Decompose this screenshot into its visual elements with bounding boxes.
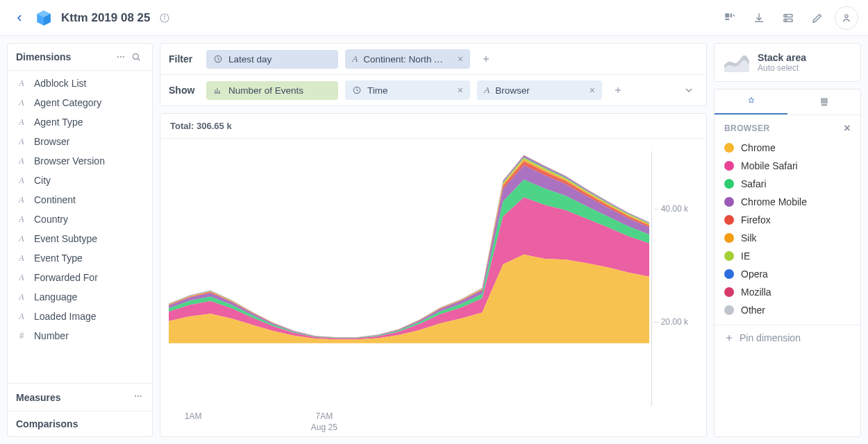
legend-swatch [724,197,734,207]
legend-label: IE [741,250,750,262]
page-title: Kttm 2019 08 25 [61,11,151,25]
legend-close-button[interactable]: × [844,122,851,135]
text-dim-icon: A [16,78,27,89]
clock-icon [352,85,362,95]
show-split-browser-pill[interactable]: A Browser × [477,80,602,100]
dimension-item[interactable]: #Number [8,326,152,345]
main: Filter Latest day A Continent: North Am…… [160,43,707,437]
dimension-label: Browser Version [34,155,105,166]
dimension-item[interactable]: AEvent Type [8,248,152,268]
svg-point-18 [137,395,139,397]
dimension-item[interactable]: AAdblock List [8,74,152,93]
filter-label: Filter [169,53,199,65]
dimension-item[interactable]: ACountry [8,210,152,229]
viz-selector[interactable]: Stack area Auto select [714,43,861,82]
legend-swatch [724,305,734,315]
text-dim-icon: A [16,311,27,322]
dimension-item[interactable]: ABrowser [8,132,152,151]
legend-item[interactable]: Opera [720,265,855,283]
edit-button[interactable] [806,6,829,30]
add-tile-button[interactable] [718,6,742,30]
svg-point-19 [140,395,142,397]
dimension-label: Adblock List [34,78,86,89]
show-measure-text: Number of Events [228,85,303,96]
dimension-item[interactable]: ABrowser Version [8,151,152,171]
y-tick: 40.00 k [661,204,688,214]
dimensions-more-button[interactable] [113,49,128,65]
svg-point-13 [120,56,122,58]
legend-item[interactable]: Firefox [720,211,855,229]
viz-subtitle: Auto select [758,63,806,73]
legend-item[interactable]: Chrome [720,139,855,157]
tab-list[interactable] [787,89,860,114]
legend-list: ChromeMobile SafariSafariChrome MobileFi… [715,137,860,325]
show-time-remove[interactable]: × [453,85,463,96]
legend-swatch [724,179,734,189]
legend-label: Silk [741,232,757,244]
svg-point-17 [135,395,136,397]
legend-item[interactable]: Safari [720,175,855,193]
dimension-item[interactable]: AContinent [8,190,152,210]
svg-rect-3 [725,13,729,17]
chart-card: Total: 306.65 k 40.00 k 20.00 k 1AM 7AM … [160,113,707,437]
legend-swatch [724,269,734,279]
svg-rect-32 [821,104,827,105]
dimension-item[interactable]: AAgent Type [8,112,152,132]
tab-pin[interactable] [715,89,787,114]
legend-item[interactable]: Mozilla [720,283,855,301]
dimension-label: Country [34,214,68,225]
comparisons-header[interactable]: Comparisons [8,411,152,436]
text-dim-icon: A [16,273,27,283]
legend-item[interactable]: Other [720,301,855,319]
filter-continent-pill[interactable]: A Continent: North Am… × [345,49,470,69]
dimension-item[interactable]: AForwarded For [8,268,152,287]
legend-item[interactable]: Silk [720,229,855,247]
legend-item[interactable]: Chrome Mobile [720,193,855,211]
show-browser-remove[interactable]: × [585,85,595,96]
dimension-label: Agent Type [34,117,83,128]
text-dim-icon: A [16,292,27,302]
legend-swatch [724,287,734,297]
show-expand-button[interactable] [680,81,698,99]
show-add-button[interactable] [609,81,627,99]
info-button[interactable] [158,11,172,25]
legend-label: Mozilla [741,287,771,298]
svg-point-2 [164,15,165,16]
dimension-label: Language [34,291,77,302]
show-split-time-pill[interactable]: Time × [345,80,470,100]
dimension-label: Loaded Image [34,311,97,322]
dimensions-search-button[interactable] [128,49,144,65]
dimension-item[interactable]: AAgent Category [8,93,152,112]
legend-panel: BROWSER × ChromeMobile SafariSafariChrom… [714,89,861,437]
text-dim-icon: A [16,156,27,166]
dimension-item[interactable]: AEvent Subtype [8,229,152,248]
svg-point-12 [117,56,119,58]
filter-continent-remove[interactable]: × [453,53,463,65]
number-dim-icon: # [16,331,27,341]
legend-item[interactable]: IE [720,247,855,265]
dimension-item[interactable]: ACity [8,171,152,190]
dimension-item[interactable]: ALoaded Image [8,307,152,326]
measures-more-icon[interactable] [133,391,144,404]
measures-header[interactable]: Measures [8,383,152,411]
svg-rect-5 [733,15,735,16]
filter-time-pill[interactable]: Latest day [206,50,338,69]
show-measure-pill[interactable]: Number of Events [206,81,338,100]
legend-item[interactable]: Mobile Safari [720,157,855,175]
dimension-item[interactable]: ALanguage [8,287,152,307]
download-button[interactable] [747,6,771,30]
user-menu-button[interactable] [835,6,858,30]
x-tick: 1AM [185,411,202,421]
back-button[interactable] [10,8,29,28]
chart-body[interactable]: 40.00 k 20.00 k 1AM 7AM Aug 25 [160,139,706,436]
x-date: Aug 25 [311,422,337,432]
svg-point-11 [845,15,848,17]
text-dim-icon: A [16,253,27,264]
dimension-label: Continent [34,194,76,205]
comparisons-label: Comparisons [16,418,78,429]
pin-dimension-button[interactable]: Pin dimension [715,325,860,350]
legend-swatch [724,143,734,153]
filter-add-button[interactable] [477,50,495,68]
server-button[interactable] [776,6,800,30]
x-tick: 7AM [315,411,333,421]
